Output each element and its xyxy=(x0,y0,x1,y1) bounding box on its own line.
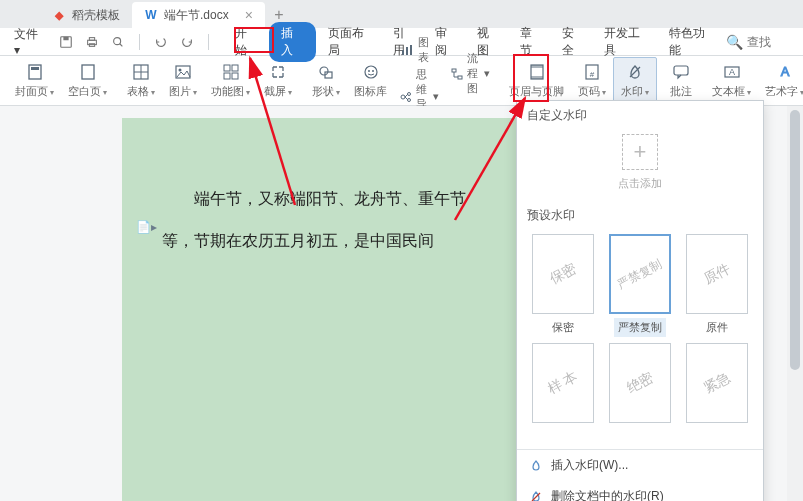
blankpage-icon xyxy=(78,62,98,82)
ribbon-comment[interactable]: 批注 xyxy=(663,57,699,105)
svg-rect-16 xyxy=(232,65,238,71)
svg-rect-25 xyxy=(406,47,408,55)
wm-add-custom[interactable]: + 点击添加 xyxy=(517,128,763,201)
svg-line-30 xyxy=(405,94,408,97)
picture-icon xyxy=(173,62,193,82)
ribbon-flowchart[interactable]: 流程图 ▾ xyxy=(451,51,490,96)
close-icon[interactable]: × xyxy=(245,7,253,23)
ribbon-table[interactable]: 表格▾ xyxy=(120,57,162,105)
svg-rect-8 xyxy=(31,67,39,70)
wm-preset-grid: 保密保密 严禁复制严禁复制 原件原件 样 本 绝密 紧急 xyxy=(517,228,763,449)
wm-insert-action[interactable]: 插入水印(W)... xyxy=(517,450,763,481)
svg-point-23 xyxy=(372,70,374,72)
watermark-icon xyxy=(625,62,645,82)
docer-icon: ◆ xyxy=(52,8,66,22)
menu-layout[interactable]: 页面布局 xyxy=(320,22,381,62)
flowchart-icon xyxy=(451,67,463,81)
svg-rect-17 xyxy=(224,73,230,79)
tab-document-label: 端午节.docx xyxy=(164,7,229,24)
search-icon[interactable]: 🔍 xyxy=(726,33,743,51)
ribbon-iconlib[interactable]: 图标库 xyxy=(347,57,394,105)
word-icon: W xyxy=(144,8,158,22)
ribbon-shapes[interactable]: 形状▾ xyxy=(305,57,347,105)
menu-dev[interactable]: 开发工具 xyxy=(596,22,657,62)
vertical-scrollbar[interactable] xyxy=(787,106,803,501)
ribbon-picture[interactable]: 图片▾ xyxy=(162,57,204,105)
plus-icon: + xyxy=(622,134,658,170)
wm-preset-juemi[interactable]: 绝密 xyxy=(604,343,675,443)
watermark-remove-icon xyxy=(529,490,543,502)
shapes-icon xyxy=(316,62,336,82)
ribbon-smart-col: 图表 思维导图 ▾ xyxy=(394,57,445,105)
screenshot-icon xyxy=(268,62,288,82)
search-input[interactable] xyxy=(747,35,797,49)
wordart-icon: A xyxy=(775,62,795,82)
ribbon-feature[interactable]: 功能图▾ xyxy=(204,57,257,105)
tab-template[interactable]: ◆ 稻壳模板 xyxy=(40,2,132,28)
cover-icon xyxy=(25,62,45,82)
quick-access-toolbar xyxy=(57,33,213,51)
svg-rect-3 xyxy=(89,37,94,40)
svg-rect-37 xyxy=(531,65,543,68)
svg-text:A: A xyxy=(780,64,789,79)
svg-text:#: # xyxy=(590,70,595,79)
tab-template-label: 稻壳模板 xyxy=(72,7,120,24)
ribbon-cover[interactable]: 封面页▾ xyxy=(8,57,61,105)
ribbon-header[interactable]: 页眉与页脚 xyxy=(502,57,571,105)
paragraph-mark-icon: 📄▸ xyxy=(136,220,157,234)
svg-rect-9 xyxy=(82,65,94,79)
menu-special[interactable]: 特色功能 xyxy=(661,22,722,62)
svg-line-6 xyxy=(120,43,123,46)
line1: 端午节，又称端阳节、龙舟节、重午节 xyxy=(194,190,466,207)
table-icon xyxy=(131,62,151,82)
wm-preset-yangben[interactable]: 样 本 xyxy=(527,343,598,443)
svg-rect-24 xyxy=(402,50,404,55)
svg-point-27 xyxy=(401,95,405,99)
svg-rect-26 xyxy=(410,45,412,55)
svg-point-22 xyxy=(368,70,370,72)
chart-icon xyxy=(400,43,414,57)
print-icon[interactable] xyxy=(83,33,101,51)
comment-icon xyxy=(671,62,691,82)
wm-preset-baomi[interactable]: 保密保密 xyxy=(527,234,598,337)
svg-rect-15 xyxy=(224,65,230,71)
svg-text:A: A xyxy=(728,67,734,77)
svg-point-5 xyxy=(114,37,121,44)
scrollbar-thumb[interactable] xyxy=(790,110,800,370)
wm-preset-yanjinfuzhi[interactable]: 严禁复制严禁复制 xyxy=(604,234,675,337)
svg-rect-1 xyxy=(63,36,68,40)
menu-start[interactable]: 开始 xyxy=(227,22,265,62)
save-icon[interactable] xyxy=(57,33,75,51)
wm-preset-yuanjian[interactable]: 原件原件 xyxy=(682,234,753,337)
ribbon: 封面页▾ 空白页▾ 表格▾ 图片▾ 功能图▾ 截屏▾ 形状▾ 图标库 图表 思维… xyxy=(0,56,803,106)
svg-rect-33 xyxy=(458,76,462,79)
ribbon-chart[interactable]: 图表 xyxy=(400,35,439,65)
watermark-insert-icon xyxy=(529,459,543,473)
svg-rect-32 xyxy=(452,69,456,72)
wm-remove-action[interactable]: 删除文档中的水印(R) xyxy=(517,481,763,501)
svg-line-31 xyxy=(405,97,408,100)
ribbon-wordart[interactable]: A艺术字▾ xyxy=(758,57,803,105)
ribbon-textbox[interactable]: A文本框▾ xyxy=(705,57,758,105)
svg-rect-18 xyxy=(232,73,238,79)
menu-security[interactable]: 安全 xyxy=(554,22,592,62)
menu-insert[interactable]: 插入 xyxy=(269,22,315,62)
wm-preset-jinji[interactable]: 紧急 xyxy=(682,343,753,443)
undo-icon[interactable] xyxy=(152,33,170,51)
iconlib-icon xyxy=(361,62,381,82)
ribbon-flow-col: 流程图 ▾ . xyxy=(445,57,496,105)
line2: 等，节期在农历五月初五，是中国民间 xyxy=(162,232,434,249)
wm-add-label: 点击添加 xyxy=(618,176,662,191)
preview-icon[interactable] xyxy=(109,33,127,51)
wm-footer: 插入水印(W)... 删除文档中的水印(R) xyxy=(517,449,763,501)
ribbon-blank[interactable]: 空白页▾ xyxy=(61,57,114,105)
ribbon-watermark[interactable]: 水印▾ xyxy=(613,57,657,105)
pagenum-icon: # xyxy=(582,62,602,82)
menu-file[interactable]: 文件 ▾ xyxy=(6,23,53,60)
ribbon-screenshot[interactable]: 截屏▾ xyxy=(257,57,299,105)
redo-icon[interactable] xyxy=(178,33,196,51)
mindmap-icon xyxy=(400,90,412,104)
svg-point-21 xyxy=(365,66,377,78)
ribbon-pagenum[interactable]: #页码▾ xyxy=(571,57,613,105)
menu-chapter[interactable]: 章节 xyxy=(512,22,550,62)
